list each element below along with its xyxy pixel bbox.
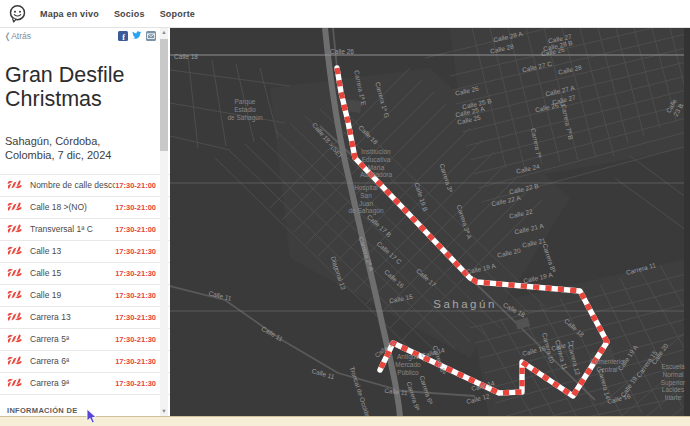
map-label: Escuela Normal Superior Lácides Iriarte [661,363,686,402]
map-label: Calle 11 [208,289,233,302]
closure-row[interactable]: Carrera 5ª 17:30-21:30 [0,329,170,351]
map-label: Carrera 7ª [529,128,543,159]
cookie-banner-edge[interactable] [0,416,690,426]
closures-list: Nombre de calle desconocido 17:30-21:00 … [0,174,170,395]
svg-text:f: f [122,33,125,41]
road-closure-icon [7,377,22,389]
map-label: Antiguo Mercado Público [395,353,420,376]
map-label: Calle 12 [373,339,397,360]
map-label: Carrera 2ª A [357,236,375,272]
closure-row[interactable]: Calle 15 17:30-21:30 [0,263,170,285]
closure-time-range: 17:30-21:00 [115,225,156,234]
waze-logo-icon[interactable] [8,4,27,24]
map-label: Calle 25 B [462,97,493,111]
map-label: Calle 22 B [509,182,540,196]
map-label: Diagonal 13 [329,255,347,290]
map-canvas[interactable]: Calle 18Calle 26Calle 27Calle 26Carrera … [170,28,690,426]
map-label: Calle 28 [489,43,514,56]
waze-live-map-page: Mapa en vivo Socios Soporte ❬Atrás f [0,0,690,426]
twitter-icon[interactable] [132,31,142,41]
map-label: Calle 14 [470,379,495,393]
road-closure-icon [7,245,22,257]
nav-item-live-map[interactable]: Mapa en vivo [40,9,99,19]
map-labels-layer: Calle 18Calle 26Calle 27Calle 26Carrera … [170,28,690,426]
scrollbar-thumb[interactable] [160,39,168,151]
closure-time-range: 17:30-21:30 [115,291,156,300]
closure-street-name: Transversal 1ª C [30,224,115,234]
closure-row[interactable]: Transversal 1ª C 17:30-21:00 [0,219,170,241]
road-closure-icon [7,267,22,279]
map-label: Calle 19 A [466,262,497,276]
map-label: Calle 28 A [493,30,524,44]
closure-time-range: 17:30-21:00 [115,203,156,212]
share-buttons: f [118,31,156,41]
closure-row[interactable]: Carrera 6ª 17:30-21:30 [0,351,170,373]
closure-row[interactable]: Calle 18 >(NO) 17:30-21:00 [0,197,170,219]
map-label: Calle 18 [563,317,586,339]
map-label: Carrera 1ª G [373,81,390,119]
closure-street-name: Calle 18 >(NO) [30,202,115,212]
email-icon[interactable] [146,31,156,41]
road-closure-icon [7,311,22,323]
closure-row[interactable]: Calle 19 17:30-21:30 [0,285,170,307]
map-label: Calle 17 B [365,213,393,239]
map-label: Carrera 3ª [438,163,455,194]
closure-street-name: Carrera 6ª [30,356,115,366]
map-label: Calle 25 A [455,105,486,119]
map-label: Calle 20 [650,342,670,366]
map-label: Hospital San Juan de Sahagún [348,184,383,215]
nav-item-support[interactable]: Soporte [160,9,195,19]
closure-time-range: 17:30-21:30 [115,247,156,256]
map-label: Calle 22 A [491,194,522,208]
map-label: Carrera 15 [635,349,659,379]
closure-street-name: Calle 15 [30,268,115,278]
map-label: Calle 26 C [534,100,565,114]
map-label: Calle 26 [454,85,479,98]
road-closure-icon [7,289,22,301]
closure-time-range: 17:30-21:30 [115,269,156,278]
road-closure-icon [7,355,22,367]
map-label: Calle 17 C [375,240,403,266]
map-label: Parque Estadio de Sahagún [227,98,262,121]
top-nav: Mapa en vivo Socios Soporte [0,0,690,28]
map-label: Calle 16 [606,392,631,406]
map-label: Calle 27 C [521,60,552,74]
map-label: Sahagún [433,298,497,312]
closure-time-range: 17:30-21:30 [115,313,156,322]
closure-time-range: 17:30-21:00 [115,181,156,190]
map-label: Calle 20 [496,247,521,260]
road-closure-icon [7,179,22,191]
scrollbar-up-arrow[interactable]: ▲ [160,28,168,37]
map-label: Calle 23 B [664,98,685,119]
nav-item-partners[interactable]: Socios [114,9,145,19]
map-label: Calle 18 >(SE) [310,121,343,159]
road-closure-icon [7,223,22,235]
closure-row[interactable]: Nombre de calle desconocido 17:30-21:00 [0,175,170,197]
map-label: Carrera 8ª [541,243,558,274]
facebook-icon[interactable]: f [118,31,128,41]
map-label: Cementerio Central [590,358,624,374]
closure-row[interactable]: Calle 13 17:30-21:30 [0,241,170,263]
closure-street-name: Calle 19 [30,290,115,300]
closure-street-name: Carrera 5ª [30,334,115,344]
closure-time-range: 17:30-21:30 [115,357,156,366]
closure-row[interactable]: Carrera 13 17:30-21:30 [0,307,170,329]
sidebar-scrollbar[interactable]: ▲ ▼ [160,28,168,416]
closure-street-name: Carrera 9ª [30,378,115,388]
map-label: Calle 26 [541,46,566,59]
scrollbar-down-arrow[interactable]: ▼ [160,407,168,416]
closure-time-range: 17:30-21:30 [115,379,156,388]
map-label: Carrera 11 [625,261,657,276]
map-label: Calle 24 [515,163,540,176]
map-label: Carrera 12 [566,344,582,376]
closure-street-name: Calle 13 [30,246,115,256]
map-label: Calle 22 [508,208,533,221]
map-label: Calle 18 [174,53,198,61]
map-label: Carrera 10 [540,332,556,364]
back-link[interactable]: ❬Atrás [4,31,31,41]
map-label: Calle 28 [557,64,582,77]
map-label: Calle 14 [420,346,445,360]
map-label: Calle 16 [521,344,546,358]
closure-row[interactable]: Carrera 9ª 17:30-21:30 [0,373,170,395]
map-label: Calle 21 A [514,222,545,236]
